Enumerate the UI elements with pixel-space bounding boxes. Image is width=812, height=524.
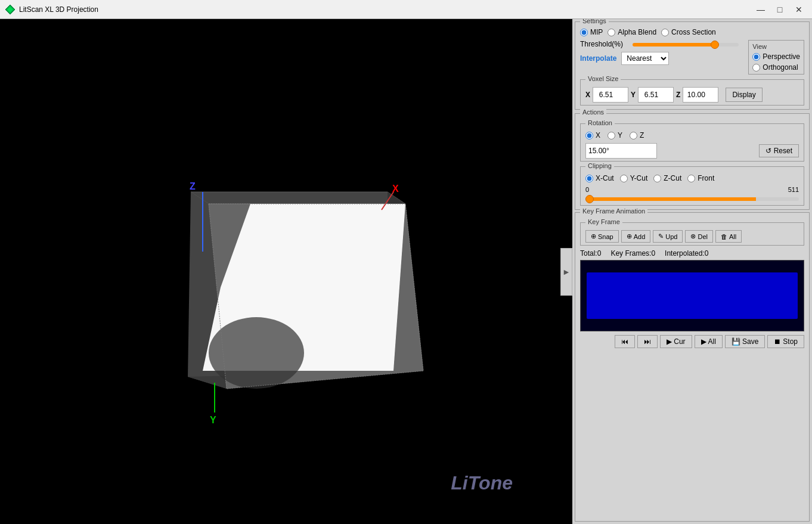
cross-label: Cross Section — [671, 28, 716, 36]
snap-button[interactable]: ⊕ Snap — [585, 230, 619, 243]
perspective-group[interactable]: Perspective — [752, 52, 800, 61]
upd-icon: ✎ — [658, 232, 664, 240]
threshold-slider[interactable] — [633, 43, 739, 46]
window-controls: — □ ✕ — [752, 3, 807, 16]
perspective-radio[interactable] — [752, 53, 760, 61]
save-icon: 💾 — [732, 337, 740, 346]
expand-button[interactable]: ► — [560, 248, 572, 296]
cross-radio-group[interactable]: Cross Section — [661, 28, 716, 36]
rot-x-group[interactable]: X — [585, 131, 600, 139]
zcut-label: Z-Cut — [664, 174, 681, 182]
alpha-radio-group[interactable]: Alpha Blend — [608, 28, 656, 36]
voxel-x-input[interactable] — [593, 87, 628, 103]
rot-y-label: Y — [618, 131, 622, 139]
save-button[interactable]: 💾 Save — [725, 335, 765, 348]
keyframe-inner: Key Frame ⊕ Snap ⊕ Add ✎ Upd ⊗ — [580, 222, 804, 246]
keyframe-stats: Total:0 Key Frames:0 Interpolated:0 — [580, 249, 804, 258]
display-button[interactable]: Display — [726, 88, 762, 102]
watermark: LiTone — [451, 472, 513, 494]
voxel-z-input[interactable] — [683, 87, 718, 103]
voxel-x-label: X — [585, 91, 590, 99]
front-label: Front — [698, 174, 714, 182]
mip-label: MIP — [590, 28, 603, 36]
mip-radio-group[interactable]: MIP — [580, 28, 603, 36]
reset-button[interactable]: ↺ Reset — [759, 144, 799, 157]
all-button[interactable]: 🗑 All — [715, 230, 742, 243]
clip-max-label: 511 — [788, 186, 799, 193]
viewport-container[interactable]: Z X Y LiTone ► — [0, 19, 572, 524]
threshold-row: Threshold(%) — [580, 40, 739, 48]
voxel-y-label: Y — [631, 91, 636, 99]
ycut-radio[interactable] — [620, 175, 628, 182]
stop-icon: ⏹ — [774, 337, 781, 346]
play-cur-button[interactable]: ▶ Cur — [660, 335, 692, 348]
voxel-inputs: X Y Z Display — [585, 87, 799, 103]
clipping-radios: X-Cut Y-Cut Z-Cut Front — [585, 174, 799, 182]
svg-text:Z: Z — [190, 181, 196, 191]
rot-y-group[interactable]: Y — [608, 131, 622, 139]
upd-button[interactable]: ✎ Upd — [653, 230, 683, 243]
view-title: View — [752, 43, 800, 50]
rot-z-radio[interactable] — [630, 132, 637, 139]
keyframe-preview — [580, 260, 804, 331]
orthogonal-group[interactable]: Orthogonal — [752, 63, 800, 72]
close-button[interactable]: ✕ — [791, 3, 807, 16]
del-icon: ⊗ — [690, 232, 696, 240]
alpha-radio[interactable] — [608, 29, 615, 36]
playback-row: ⏮ ⏭ ▶ Cur ▶ All 💾 Save ⏹ — [580, 335, 804, 348]
keyframe-buttons: ⊕ Snap ⊕ Add ✎ Upd ⊗ Del — [585, 230, 799, 243]
mip-radio[interactable] — [580, 29, 588, 36]
rot-z-label: Z — [640, 131, 644, 139]
play-all-icon: ▶ — [701, 337, 706, 346]
interpolated-label: Interpolated:0 — [665, 249, 708, 258]
rotation-input-row: ↺ Reset — [585, 143, 799, 159]
rewind-button[interactable]: ⏮ — [615, 335, 635, 348]
right-panel: Settings MIP Alpha Blend Cross Section — [572, 19, 812, 524]
clipping-slider[interactable] — [585, 197, 799, 201]
del-button[interactable]: ⊗ Del — [685, 230, 713, 243]
zcut-radio[interactable] — [653, 175, 661, 182]
rot-z-group[interactable]: Z — [630, 131, 644, 139]
interpolate-select[interactable]: Nearest Linear Cubic — [621, 52, 669, 65]
alpha-label: Alpha Blend — [618, 28, 656, 36]
zcut-group[interactable]: Z-Cut — [653, 174, 681, 182]
front-group[interactable]: Front — [687, 174, 714, 182]
play-cur-icon: ▶ — [667, 337, 672, 346]
settings-title: Settings — [580, 19, 609, 24]
cross-radio[interactable] — [661, 29, 669, 36]
add-button[interactable]: ⊕ Add — [621, 230, 651, 243]
forward-button[interactable]: ⏭ — [637, 335, 658, 348]
threshold-label: Threshold(%) — [580, 40, 628, 48]
main-layout: Z X Y LiTone ► Settings MIP — [0, 19, 812, 524]
voxel-title: Voxel Size — [585, 75, 621, 82]
ycut-group[interactable]: Y-Cut — [620, 174, 648, 182]
svg-point-9 — [209, 317, 304, 389]
stop-button[interactable]: ⏹ Stop — [767, 335, 804, 348]
add-icon: ⊕ — [627, 232, 632, 240]
actions-title: Actions — [580, 108, 606, 116]
svg-marker-2 — [191, 192, 405, 204]
play-all-button[interactable]: ▶ All — [695, 335, 723, 348]
all-icon: 🗑 — [721, 233, 727, 240]
interpolate-row: Interpolate Nearest Linear Cubic — [580, 52, 739, 65]
voxel-y-input[interactable] — [638, 87, 674, 103]
minimize-button[interactable]: — — [752, 3, 769, 16]
xcut-label: X-Cut — [596, 174, 614, 182]
total-label: Total:0 — [580, 249, 601, 258]
maximize-button[interactable]: □ — [771, 3, 788, 16]
rot-x-label: X — [596, 131, 600, 139]
perspective-label: Perspective — [763, 52, 800, 61]
keyframe-title: Key Frame Animation — [580, 207, 647, 215]
xcut-group[interactable]: X-Cut — [585, 174, 614, 182]
voxel-section: Voxel Size X Y Z Display — [580, 79, 804, 106]
rotation-value-input[interactable] — [585, 143, 657, 159]
clipping-section: Clipping X-Cut Y-Cut Z-Cut — [580, 166, 804, 206]
rot-x-radio[interactable] — [585, 132, 593, 139]
svg-text:Y: Y — [210, 415, 216, 425]
interpolate-label: Interpolate — [580, 54, 616, 63]
rot-y-radio[interactable] — [608, 132, 615, 139]
orthogonal-radio[interactable] — [752, 64, 760, 72]
xcut-radio[interactable] — [585, 175, 593, 182]
front-radio[interactable] — [687, 175, 695, 182]
mode-row: MIP Alpha Blend Cross Section — [580, 28, 804, 36]
